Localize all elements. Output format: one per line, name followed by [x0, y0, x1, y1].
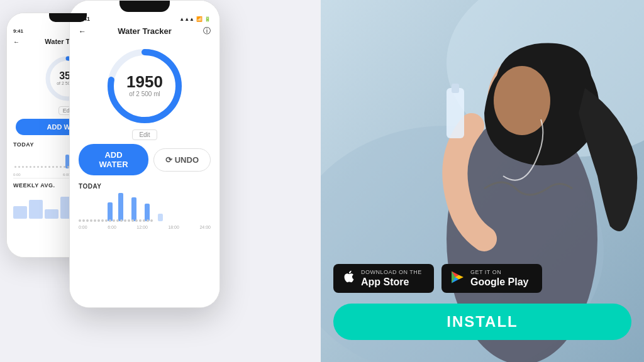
- today-label-front: TODAY: [70, 179, 219, 192]
- edit-btn-front[interactable]: Edit: [132, 129, 157, 140]
- nav-front: ← Water Tracker ⓘ: [70, 23, 219, 41]
- water-sub-front: of 2 500 ml: [126, 90, 163, 99]
- circle-front-el: 1950 of 2 500 ml: [104, 45, 186, 127]
- bar-3: [131, 197, 136, 221]
- app-store-large-text: App Store: [361, 276, 422, 288]
- right-panel: Download on the App Store GET IT ON Goog…: [321, 0, 644, 362]
- phone-notch-back: [49, 13, 87, 22]
- circle-text-front: 1950 of 2 500 ml: [126, 74, 163, 99]
- chart-axis-front: 0:00 6:00 12:00 18:00 24:00: [79, 225, 211, 229]
- water-amount-front: 1950: [126, 74, 163, 90]
- install-button[interactable]: INSTALL: [333, 304, 631, 340]
- circle-front-container: 1950 of 2 500 ml: [70, 45, 219, 127]
- app-store-small-text: Download on the: [361, 269, 422, 276]
- chart-dots-front: [79, 219, 211, 222]
- install-label: INSTALL: [447, 313, 518, 331]
- app-store-button[interactable]: Download on the App Store: [333, 264, 434, 293]
- chart-front: 0:00 6:00 12:00 18:00 24:00: [79, 193, 211, 231]
- back-arrow-back: ←: [13, 38, 19, 45]
- google-play-text: GET IT ON Google Play: [470, 269, 528, 288]
- info-icon-front: ⓘ: [203, 26, 211, 36]
- add-water-btn-front[interactable]: ADD WATER: [79, 144, 148, 175]
- apple-icon: [342, 270, 356, 287]
- undo-btn-front[interactable]: ⟳ UNDO: [153, 148, 211, 172]
- bar-4: [145, 204, 150, 221]
- phone-front: 9:41 ▲▲▲ 📶 🔋 ← Water Tracker ⓘ: [69, 0, 220, 308]
- bar-1: [108, 202, 113, 221]
- left-panel: 9:41 ▲▲▲ 📶 🔋 ← Water Tracker ⓘ: [0, 0, 321, 362]
- time-back: 9:41: [13, 28, 23, 34]
- google-play-small-text: GET IT ON: [470, 269, 528, 276]
- status-icons-front: ▲▲▲ 📶 🔋: [179, 16, 211, 22]
- nav-title-front: Water Tracker: [118, 26, 172, 36]
- action-buttons-front: ADD WATER ⟳ UNDO: [79, 144, 211, 175]
- svg-rect-10: [447, 88, 464, 138]
- phone-notch-front: [119, 1, 170, 12]
- google-play-large-text: Google Play: [470, 276, 528, 288]
- store-buttons-container: Download on the App Store GET IT ON Goog…: [333, 264, 542, 293]
- play-icon: [450, 270, 465, 287]
- bar-2: [118, 193, 123, 221]
- app-store-text: Download on the App Store: [361, 269, 422, 288]
- google-play-button[interactable]: GET IT ON Google Play: [441, 264, 542, 293]
- svg-rect-11: [452, 84, 459, 93]
- back-arrow-front: ←: [79, 27, 86, 36]
- phone-front-screen: 9:41 ▲▲▲ 📶 🔋 ← Water Tracker ⓘ: [70, 1, 219, 307]
- status-bar-front: 9:41 ▲▲▲ 📶 🔋: [70, 14, 219, 23]
